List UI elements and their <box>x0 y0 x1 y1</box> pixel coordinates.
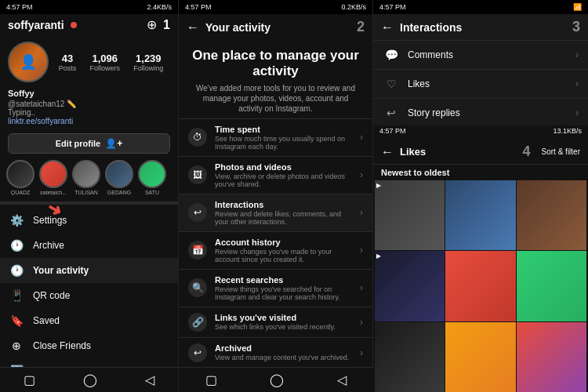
chevron-right-icon: › <box>575 107 579 118</box>
activity-text-archived: Archived View and manage content you've … <box>215 343 352 361</box>
avatar: 👤 <box>8 42 49 82</box>
interactions-icon: ↩ <box>188 203 207 222</box>
activity-text-photos: Photos and videos View, archive or delet… <box>215 162 352 188</box>
photo-cell[interactable]: ▶ <box>375 251 445 321</box>
menu-label-archive: Archive <box>33 240 64 251</box>
activity-icon: 🕐 <box>9 264 24 277</box>
story-item[interactable]: GEDANG <box>105 160 133 195</box>
story-avatar <box>105 160 133 188</box>
link-icon: 🔗 <box>188 313 207 332</box>
archive-icon: 🕐 <box>9 239 24 252</box>
add-icon[interactable]: ⊕ <box>147 17 157 32</box>
activity-item-recent-searches[interactable]: 🔍 Recent searches Review things you've s… <box>179 269 372 307</box>
photo-cell[interactable] <box>517 180 586 250</box>
photo-cell[interactable] <box>445 322 515 392</box>
time-2: 4:57 PM <box>185 3 212 11</box>
search-icon: 🔍 <box>188 278 207 297</box>
photo-cell[interactable] <box>445 251 515 321</box>
status-bar-4: 4:57 PM 13.1KB/s <box>373 125 588 140</box>
activity-text-links: Links you've visited See which links you… <box>215 313 352 331</box>
activity-item-links-visited[interactable]: 🔗 Links you've visited See which links y… <box>179 307 372 337</box>
menu-item-settings[interactable]: ⚙️ Settings <box>0 208 178 233</box>
chevron-right-icon: › <box>360 317 363 328</box>
p3-title: Interactions <box>400 21 462 34</box>
menu-item-qr[interactable]: 📱 QR code <box>0 283 178 308</box>
signal-1: 2.4KB/s <box>147 3 172 11</box>
activity-item-time-spent[interactable]: ⏱ Time spent See how much time you usual… <box>179 118 372 156</box>
nav-square-icon[interactable]: ▢ <box>24 372 35 387</box>
comments-icon: 💬 <box>383 49 400 61</box>
menu-item-your-activity[interactable]: 🕐 Your activity <box>0 258 178 283</box>
panel-number-2: 2 <box>357 19 365 35</box>
nav-square-icon[interactable]: ▢ <box>205 372 217 387</box>
activity-text-interactions: Interactions Review and delete likes, co… <box>215 200 352 226</box>
p4-header: ← Likes 4 Sort & filter <box>373 140 588 165</box>
notification-dot <box>71 22 77 28</box>
story-item[interactable]: QUADZ <box>6 160 34 195</box>
story-label: QUADZ <box>11 190 31 195</box>
newest-label: Newest to oldest <box>373 165 588 180</box>
status-bar-1: 4:57 PM 2.4KB/s <box>0 0 178 14</box>
photo-cell[interactable] <box>445 180 515 250</box>
menu-label-saved: Saved <box>33 315 60 326</box>
panel-your-activity: 4:57 PM 0.2KB/s ← Your activity 2 One pl… <box>179 0 373 392</box>
edit-profile-button[interactable]: Edit profile 👤+ <box>8 133 170 154</box>
photo-grid: ▶ ▶ <box>373 180 588 392</box>
photos-icon: 🖼 <box>188 165 207 184</box>
photo-cell[interactable] <box>375 322 445 392</box>
story-label: TULISAN <box>74 190 98 195</box>
stat-following: 1,239 Following <box>133 53 163 72</box>
interaction-item-story-replies[interactable]: ↩ Story replies › <box>373 98 588 127</box>
account-history-icon: 📅 <box>188 241 207 260</box>
activity-text-time: Time spent See how much time you usually… <box>215 125 352 151</box>
stats-group: 43 Posts 1,096 Followers 1,239 Following <box>52 53 170 72</box>
story-label: GEDANG <box>107 190 131 195</box>
saved-icon: 🔖 <box>9 314 24 327</box>
panel-interactions: 4:57 PM 📶 ← Interactions 3 💬 Comments › … <box>373 0 588 125</box>
interaction-item-comments[interactable]: 💬 Comments › <box>373 40 588 69</box>
nav-back-icon[interactable]: ◁ <box>145 372 154 387</box>
nav-circle-icon[interactable]: ◯ <box>83 372 97 387</box>
chevron-right-icon: › <box>360 132 363 143</box>
menu-item-archive[interactable]: 🕐 Archive <box>0 233 178 258</box>
activity-item-account-history[interactable]: 📅 Account history Review changes you've … <box>179 231 372 269</box>
header-icons: ⊕ 1 <box>147 17 170 32</box>
profile-link[interactable]: linktr.ee/soffyaranti <box>0 117 178 130</box>
status-bar-2: 4:57 PM 0.2KB/s <box>179 0 372 14</box>
activity-item-photos-videos[interactable]: 🖼 Photos and videos View, archive or del… <box>179 156 372 194</box>
video-indicator: ▶ <box>376 182 381 189</box>
profile-stats: 👤 43 Posts 1,096 Followers 1,239 Followi… <box>0 35 178 89</box>
interaction-label-comments: Comments <box>408 49 575 60</box>
chevron-right-icon: › <box>360 282 363 293</box>
photo-cell[interactable]: ▶ <box>375 180 445 250</box>
activity-item-interactions[interactable]: ↩ Interactions Review and delete likes, … <box>179 194 372 231</box>
signal-4: 13.1KB/s <box>553 127 582 138</box>
interaction-item-likes[interactable]: ♡ Likes › <box>373 69 588 98</box>
nav-back-icon[interactable]: ◁ <box>337 372 347 387</box>
interaction-label-story-replies: Story replies <box>408 107 575 118</box>
sort-filter-button[interactable]: Sort & filter <box>542 147 580 156</box>
menu-item-close-friends[interactable]: ⊕ Close Friends <box>0 333 178 358</box>
story-item[interactable]: SATU <box>138 160 166 195</box>
photo-cell[interactable] <box>517 322 586 392</box>
p2-header: ← Your activity 2 <box>179 14 372 40</box>
panel-profile: 4:57 PM 2.4KB/s soffyaranti ⊕ 1 👤 43 Pos… <box>0 0 179 392</box>
back-button-4[interactable]: ← <box>381 145 394 159</box>
story-item[interactable]: TULISAN <box>72 160 100 195</box>
divider <box>0 201 178 205</box>
chevron-right-icon: › <box>360 245 363 256</box>
profile-header: soffyaranti ⊕ 1 <box>0 14 178 35</box>
likes-icon: ♡ <box>383 78 400 90</box>
menu-item-saved[interactable]: 🔖 Saved <box>0 308 178 333</box>
p2-hero: One place to manage your activity We've … <box>179 40 372 118</box>
story-item[interactable]: satetaich... <box>39 160 67 195</box>
photo-cell[interactable] <box>517 251 586 321</box>
menu-label-close-friends: Close Friends <box>33 340 91 351</box>
story-avatar <box>6 160 34 188</box>
back-button-3[interactable]: ← <box>381 20 394 34</box>
activity-item-archived[interactable]: ↩ Archived View and manage content you'v… <box>179 337 372 368</box>
chevron-right-icon: › <box>360 169 363 180</box>
nav-circle-icon[interactable]: ◯ <box>270 372 284 387</box>
back-button-2[interactable]: ← <box>187 20 199 34</box>
nav-bar-1: ▢ ◯ ◁ <box>0 367 178 392</box>
